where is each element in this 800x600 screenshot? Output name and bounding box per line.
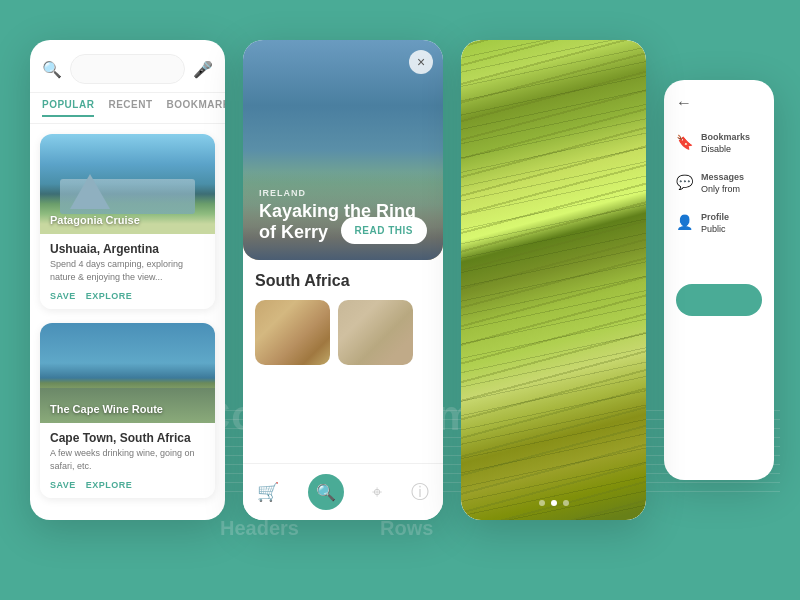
terraces-illustration	[461, 40, 646, 520]
cards-list: Patagonia Cruise Ushuaia, Argentina Spen…	[30, 124, 225, 508]
settings-bookmarks: 🔖 Bookmarks Disable	[676, 132, 762, 154]
cape-wine-description: A few weeks drinking wine, going on safa…	[50, 447, 205, 472]
south-africa-section: South Africa	[243, 260, 443, 463]
dot-3	[563, 500, 569, 506]
cape-wine-image: The Cape Wine Route	[40, 323, 215, 423]
cape-wine-save-button[interactable]: SAVE	[50, 480, 76, 490]
messages-label: Messages	[701, 172, 744, 182]
phone-terraces	[461, 40, 646, 520]
patagonia-card-label: Patagonia Cruise	[50, 214, 140, 226]
read-this-button[interactable]: READ THIS	[341, 217, 427, 244]
africa-landscape-illustration	[338, 300, 413, 365]
search-icon: 🔍	[42, 60, 62, 79]
cape-wine-actions: SAVE EXPLORE	[50, 480, 205, 490]
tab-bookmarks[interactable]: BOOKMARKS	[167, 99, 225, 117]
phone-settings: ← 🔖 Bookmarks Disable 💬 Messages Only fr…	[664, 80, 774, 480]
cart-nav-icon[interactable]: 🛒	[257, 481, 279, 503]
profile-content: Profile Public	[701, 212, 729, 234]
patagonia-image: Patagonia Cruise	[40, 134, 215, 234]
settings-action-button[interactable]	[676, 284, 762, 316]
search-bar: 🔍 🎤	[30, 40, 225, 93]
help-nav-icon[interactable]: ⓘ	[411, 480, 429, 504]
search-input[interactable]	[70, 54, 185, 84]
dot-indicator	[539, 500, 569, 506]
back-button[interactable]: ←	[676, 94, 762, 112]
messages-content: Messages Only from	[701, 172, 744, 194]
camel-thumbnail	[255, 300, 330, 365]
bottom-navigation: 🛒 🔍 ⌖ ⓘ	[243, 463, 443, 520]
search-nav-icon[interactable]: 🔍	[308, 474, 344, 510]
dot-1	[539, 500, 545, 506]
patagonia-save-button[interactable]: SAVE	[50, 291, 76, 301]
phone-ireland: × IRELAND Kayaking the Ring of Kerry REA…	[243, 40, 443, 520]
mic-icon[interactable]: 🎤	[193, 60, 213, 79]
tab-recent[interactable]: RECENT	[108, 99, 152, 117]
ireland-text-overlay: IRELAND Kayaking the Ring of Kerry	[243, 172, 443, 260]
cape-wine-info: Cape Town, South Africa A few weeks drin…	[40, 423, 215, 498]
dot-2	[551, 500, 557, 506]
messages-value[interactable]: Only from	[701, 184, 744, 194]
cape-wine-card: The Cape Wine Route Cape Town, South Afr…	[40, 323, 215, 498]
south-africa-images	[255, 300, 431, 365]
patagonia-info: Ushuaia, Argentina Spend 4 days camping,…	[40, 234, 215, 309]
bookmarks-value[interactable]: Disable	[701, 144, 750, 154]
phones-container: 🔍 🎤 POPULAR RECENT BOOKMARKS Patagonia C…	[30, 40, 800, 520]
patagonia-card: Patagonia Cruise Ushuaia, Argentina Spen…	[40, 134, 215, 309]
patagonia-description: Spend 4 days camping, exploring nature &…	[50, 258, 205, 283]
location-nav-icon[interactable]: ⌖	[372, 482, 382, 503]
cape-wine-location: Cape Town, South Africa	[50, 431, 205, 445]
bookmarks-label: Bookmarks	[701, 132, 750, 142]
ireland-card: × IRELAND Kayaking the Ring of Kerry REA…	[243, 40, 443, 260]
ireland-country-label: IRELAND	[259, 188, 427, 198]
profile-value[interactable]: Public	[701, 224, 729, 234]
tab-popular[interactable]: POPULAR	[42, 99, 94, 117]
patagonia-explore-button[interactable]: EXPLORE	[86, 291, 133, 301]
bookmark-icon: 🔖	[676, 134, 693, 150]
profile-label: Profile	[701, 212, 729, 222]
cape-wine-explore-button[interactable]: EXPLORE	[86, 480, 133, 490]
tabs-bar: POPULAR RECENT BOOKMARKS	[30, 93, 225, 124]
patagonia-location: Ushuaia, Argentina	[50, 242, 205, 256]
settings-profile: 👤 Profile Public	[676, 212, 762, 234]
profile-icon: 👤	[676, 214, 693, 230]
settings-messages: 💬 Messages Only from	[676, 172, 762, 194]
message-icon: 💬	[676, 174, 693, 190]
cape-wine-card-label: The Cape Wine Route	[50, 403, 163, 415]
south-africa-title: South Africa	[255, 272, 431, 290]
bookmarks-content: Bookmarks Disable	[701, 132, 750, 154]
patagonia-actions: SAVE EXPLORE	[50, 291, 205, 301]
phone-search: 🔍 🎤 POPULAR RECENT BOOKMARKS Patagonia C…	[30, 40, 225, 520]
close-button[interactable]: ×	[409, 50, 433, 74]
camel-illustration	[255, 300, 330, 365]
africa-landscape-thumbnail	[338, 300, 413, 365]
